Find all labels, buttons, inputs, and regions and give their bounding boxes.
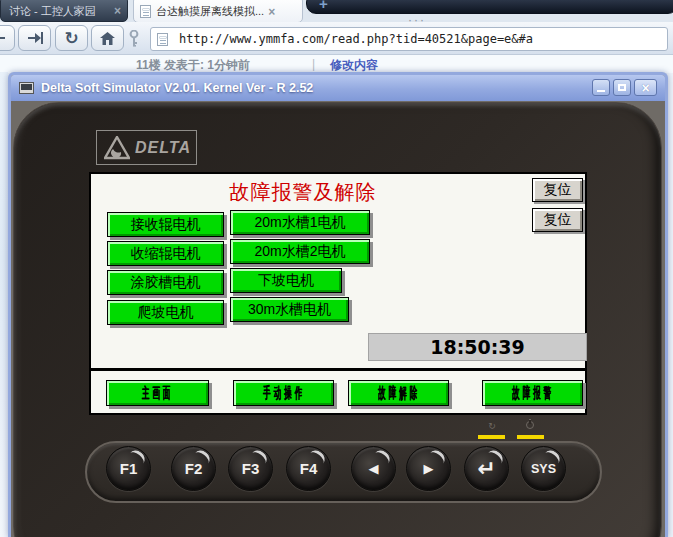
key-f4[interactable]: F4 (286, 446, 331, 491)
power-icon (526, 421, 534, 429)
browser-tab-bar: 讨论 - 工控人家园 × 台达触摸屏离线模拟... × + ··· (0, 0, 673, 22)
nav-label: 主画面 (142, 384, 174, 403)
window-title: Delta Soft Simulator V2.01. Kernel Ver -… (41, 81, 313, 95)
reset-label: 复位 (544, 211, 572, 229)
close-icon: × (641, 80, 649, 96)
home-icon (100, 32, 115, 45)
refresh-icon: ↻ (64, 28, 78, 49)
alarm-button-20m-tank2-motor[interactable]: 20m水槽2电机 (230, 239, 370, 264)
key-enter[interactable]: ↵ (464, 446, 509, 491)
nav-button-fault-clear[interactable]: 故障解除 (348, 380, 449, 406)
reset-button-2[interactable]: 复位 (532, 208, 583, 232)
hmi-bezel: DELTA 故障报警及解除 复位 复位 接收辊电机 收缩辊电机 涂胶槽电机 爬坡… (13, 102, 662, 537)
key-label: F1 (120, 460, 138, 477)
hmi-screen: 故障报警及解除 复位 复位 接收辊电机 收缩辊电机 涂胶槽电机 爬坡电机 20m… (89, 172, 587, 415)
alarm-button-climb-motor[interactable]: 爬坡电机 (107, 300, 224, 325)
right-arrow-icon: ▶ (424, 461, 434, 476)
back-icon (0, 32, 6, 44)
alarm-label: 接收辊电机 (131, 216, 201, 234)
alarm-label: 30m水槽电机 (248, 301, 331, 319)
window-titlebar[interactable]: Delta Soft Simulator V2.01. Kernel Ver -… (11, 75, 665, 101)
window-client-area: DELTA 故障报警及解除 复位 复位 接收辊电机 收缩辊电机 涂胶槽电机 爬坡… (11, 101, 665, 537)
maximize-button[interactable] (613, 79, 631, 96)
key-sys[interactable]: SYS (521, 446, 566, 491)
maximize-icon (618, 84, 626, 91)
screen-divider (91, 368, 585, 371)
power-indicator-bar (517, 435, 544, 439)
page-icon (157, 33, 168, 46)
key-left-arrow[interactable]: ◀ (351, 446, 396, 491)
page-icon (140, 5, 151, 18)
left-arrow-icon: ◀ (369, 461, 379, 476)
tab-label: 台达触摸屏离线模拟... (156, 4, 264, 19)
nav-label: 故障解除 (378, 384, 420, 403)
minimize-button[interactable] (592, 79, 610, 96)
page-left-sliver (0, 72, 8, 537)
home-button[interactable] (91, 25, 124, 51)
refresh-button[interactable]: ↻ (55, 25, 88, 51)
alarm-label: 爬坡电机 (138, 304, 194, 322)
alarm-button-downhill-motor[interactable]: 下坡电机 (230, 268, 342, 293)
key-label: F2 (185, 460, 203, 477)
alarm-label: 涂胶槽电机 (131, 274, 201, 292)
back-button[interactable] (0, 25, 15, 51)
nav-button-fault-alarm[interactable]: 故障报警 (482, 380, 583, 406)
screen-title: 故障报警及解除 (91, 179, 515, 206)
app-icon (19, 82, 34, 94)
reset-button-1[interactable]: 复位 (532, 178, 583, 202)
tab-label: 讨论 - 工控人家园 (9, 4, 110, 19)
com-indicator-bar (478, 435, 505, 439)
new-tab-icon[interactable]: + (319, 0, 328, 11)
tab-close-icon[interactable]: × (268, 5, 275, 19)
key-f2[interactable]: F2 (171, 446, 216, 491)
tab-delta-simulator[interactable]: 台达触摸屏离线模拟... × (133, 0, 303, 23)
key-label: SYS (531, 462, 556, 476)
key-label: F4 (300, 460, 318, 477)
com-indicator-icon: ↻ (487, 421, 497, 431)
close-button[interactable]: × (634, 79, 657, 96)
address-bar[interactable]: http://www.ymmfa.com/read.php?tid=40521&… (150, 27, 668, 51)
key-label: F3 (242, 460, 260, 477)
reset-label: 复位 (544, 181, 572, 199)
alarm-label: 下坡电机 (258, 272, 314, 290)
key-f3[interactable]: F3 (228, 446, 273, 491)
tab-forum[interactable]: 讨论 - 工控人家园 × (0, 0, 128, 22)
nav-button-main-screen[interactable]: 主画面 (106, 380, 209, 406)
nav-label: 故障报警 (512, 384, 554, 403)
alarm-button-20m-tank1-motor[interactable]: 20m水槽1电机 (230, 210, 370, 235)
nav-button-manual-operation[interactable]: 手动操作 (233, 380, 334, 406)
forward-to-icon (27, 32, 43, 44)
key-f1[interactable]: F1 (106, 446, 151, 491)
separator: | (312, 57, 315, 71)
url-text[interactable]: http://www.ymmfa.com/read.php?tid=40521&… (179, 32, 533, 46)
delta-logo-text: DELTA (135, 139, 191, 157)
alarm-button-glue-tank-motor[interactable]: 涂胶槽电机 (107, 270, 224, 295)
enter-icon: ↵ (477, 456, 495, 481)
key-icon[interactable] (128, 30, 140, 51)
alarm-button-30m-tank-motor[interactable]: 30m水槽电机 (230, 297, 349, 322)
alarm-button-shrink-roller-motor[interactable]: 收缩辊电机 (107, 241, 224, 266)
delta-logo: DELTA (96, 130, 197, 165)
alarm-button-receive-roller-motor[interactable]: 接收辊电机 (107, 212, 224, 237)
clock-display: 18:50:39 (368, 333, 587, 361)
alarm-label: 20m水槽2电机 (254, 243, 345, 261)
delta-triangle-icon (104, 136, 130, 160)
go-button[interactable] (18, 25, 51, 51)
minimize-icon (597, 90, 605, 92)
alarm-label: 收缩辊电机 (131, 245, 201, 263)
tab-close-icon[interactable]: × (114, 4, 121, 18)
clock-text: 18:50:39 (430, 336, 525, 358)
forum-page-strip: 11楼 发表于: 1分钟前 | 修改内容 (0, 55, 673, 73)
alarm-label: 20m水槽1电机 (254, 214, 345, 232)
simulator-window: Delta Soft Simulator V2.01. Kernel Ver -… (8, 72, 668, 537)
key-right-arrow[interactable]: ▶ (406, 446, 451, 491)
nav-label: 手动操作 (263, 384, 305, 403)
browser-toolbar: ↻ http://www.ymmfa.com/read.php?tid=4052… (0, 22, 673, 55)
new-tab-bar: + (306, 0, 673, 14)
